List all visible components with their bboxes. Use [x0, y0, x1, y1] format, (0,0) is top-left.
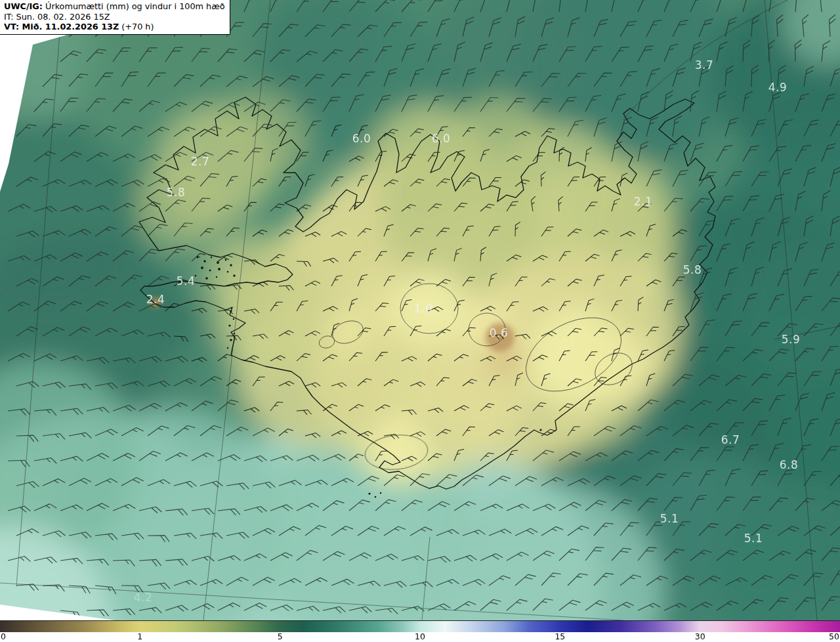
title-line-product: UWC/IG: Úrkomumætti (mm) og vindur i 100…	[4, 1, 225, 12]
colorbar-tick: 50	[829, 632, 839, 641]
colorbar-tick: 15	[555, 632, 565, 641]
valid-suffix: (+70 h)	[119, 22, 154, 32]
colorbar-tick: 10	[415, 632, 425, 641]
title-box: UWC/IG: Úrkomumætti (mm) og vindur i 100…	[0, 0, 230, 35]
colorbar-gradient	[0, 620, 840, 632]
colorbar-tick: 1	[137, 632, 142, 641]
product-label: UWC/IG:	[4, 1, 43, 11]
colorbar-tick: 30	[695, 632, 705, 641]
map-canvas: 6.06.03.74.92.75.82.15.42.41.00.65.85.96…	[0, 0, 840, 620]
product-text: Úrkomumætti (mm) og vindur i 100m hæð	[43, 1, 225, 11]
precipitation-field	[0, 0, 840, 620]
colorbar-tick-labels: 01510153050	[0, 632, 840, 642]
colorbar-tick: 5	[278, 632, 283, 641]
colorbar-tick: 0	[1, 632, 6, 641]
valid-label: VT: Mið. 11.02.2026 13Z	[4, 22, 119, 32]
title-line-init: IT: Sun. 08. 02. 2026 15Z	[4, 12, 225, 22]
precipitation-colorbar: 01510153050	[0, 620, 840, 642]
weather-map-page: 6.06.03.74.92.75.82.15.42.41.00.65.85.96…	[0, 0, 840, 642]
title-line-valid: VT: Mið. 11.02.2026 13Z (+70 h)	[4, 22, 225, 32]
